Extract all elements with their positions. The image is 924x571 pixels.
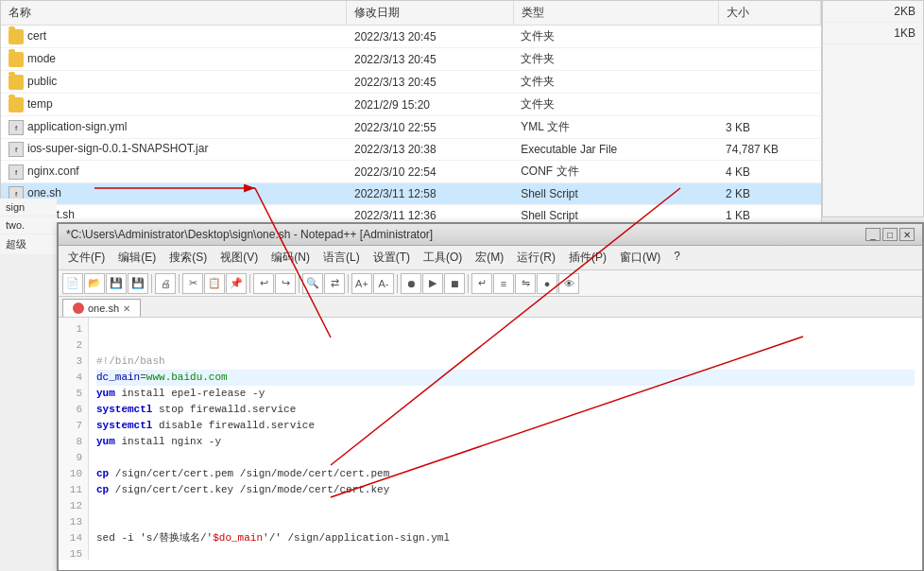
file-row[interactable]: fios-super-sign-0.0.1-SNAPSHOT.jar 2022/… xyxy=(1,139,821,161)
file-size xyxy=(718,26,820,48)
toolbar-run[interactable]: ▶ xyxy=(422,273,443,294)
toolbar-save[interactable]: 💾 xyxy=(106,273,127,294)
menu-item[interactable]: 搜索(S) xyxy=(163,248,213,268)
toolbar-stop[interactable]: ⏹ xyxy=(444,273,465,294)
notepad-window: *C:\Users\Administrator\Desktop\sign\one… xyxy=(57,222,924,571)
file-icon: f xyxy=(9,120,24,135)
menu-item[interactable]: 窗口(W) xyxy=(614,248,666,268)
col-type[interactable]: 类型 xyxy=(513,1,718,26)
code-line xyxy=(96,514,915,530)
toolbar-wrap[interactable]: ↵ xyxy=(471,273,492,294)
file-type: CONF 文件 xyxy=(513,161,718,183)
menu-item[interactable]: 编辑(E) xyxy=(112,248,162,268)
menu-item[interactable]: 语言(L) xyxy=(317,248,366,268)
sep4 xyxy=(299,274,299,293)
sep6 xyxy=(397,274,398,293)
code-line: systemctl stop firewalld.service xyxy=(96,402,915,418)
sidebar-item-two: two. xyxy=(0,216,57,234)
file-size xyxy=(718,48,820,71)
code-line xyxy=(96,546,915,560)
notepad-tabs: one.sh ✕ xyxy=(59,297,922,318)
toolbar-saveall[interactable]: 💾 xyxy=(128,273,148,294)
file-name: mode xyxy=(1,48,347,71)
col-name[interactable]: 名称 xyxy=(1,1,347,26)
line-number: 1 xyxy=(64,321,82,337)
toolbar-indent[interactable]: ≡ xyxy=(493,273,514,294)
sep2 xyxy=(179,274,180,293)
notepad-title: *C:\Users\Administrator\Desktop\sign\one… xyxy=(66,228,433,241)
file-size xyxy=(718,71,820,94)
toolbar-undo[interactable]: ↩ xyxy=(253,273,274,294)
file-name: fnginx.conf xyxy=(1,161,347,183)
code-line: dc_main=www.baidu.com xyxy=(96,370,915,386)
code-content[interactable]: #!/bin/bashdc_main=www.baidu.comyum inst… xyxy=(89,318,922,560)
toolbar-new[interactable]: 📄 xyxy=(62,273,83,294)
notepad-titlebar: *C:\Users\Administrator\Desktop\sign\one… xyxy=(59,224,922,246)
close-btn[interactable]: ✕ xyxy=(899,228,915,241)
menu-item[interactable]: ? xyxy=(668,248,686,268)
toolbar-paste[interactable]: 📌 xyxy=(226,273,247,294)
line-number: 15 xyxy=(64,546,82,560)
menu-item[interactable]: 宏(M) xyxy=(470,248,509,268)
line-number: 13 xyxy=(64,514,82,530)
toolbar-cut[interactable]: ✂ xyxy=(182,273,203,294)
toolbar-eye[interactable]: 👁 xyxy=(558,273,579,294)
toolbar-sync[interactable]: ⇋ xyxy=(515,273,536,294)
file-date: 2022/3/13 20:45 xyxy=(347,26,513,48)
code-line: yum install epel-release -y xyxy=(96,386,915,402)
file-row[interactable]: fnginx.conf 2022/3/10 22:54 CONF 文件 4 KB xyxy=(1,161,821,183)
col-size[interactable]: 大小 xyxy=(718,1,820,26)
menu-item[interactable]: 运行(R) xyxy=(511,248,561,268)
code-line xyxy=(96,498,915,514)
col-date[interactable]: 修改日期 xyxy=(347,1,513,26)
file-size: 4 KB xyxy=(718,161,820,183)
toolbar-redo[interactable]: ↪ xyxy=(275,273,296,294)
menu-item[interactable]: 插件(P) xyxy=(563,248,612,268)
file-row[interactable]: cert 2022/3/13 20:45 文件夹 xyxy=(1,26,821,48)
tab-close-btn[interactable]: ✕ xyxy=(123,303,130,314)
file-name: cert xyxy=(1,26,347,48)
line-number: 5 xyxy=(64,386,82,402)
menu-item[interactable]: 视图(V) xyxy=(214,248,264,268)
maximize-btn[interactable]: □ xyxy=(882,228,898,241)
line-number: 7 xyxy=(64,418,82,434)
code-line xyxy=(96,450,915,466)
file-size: 2 KB xyxy=(718,183,820,205)
minimize-btn[interactable]: _ xyxy=(865,228,881,241)
toolbar-print[interactable]: 🖨 xyxy=(155,273,176,294)
menu-item[interactable]: 设置(T) xyxy=(368,248,416,268)
code-line: cp /sign/cert/cert.pem /sign/mode/cert/c… xyxy=(96,466,915,482)
file-type: YML 文件 xyxy=(513,116,718,139)
file-icon: f xyxy=(9,142,24,157)
sidebar-item-sign: sign xyxy=(0,199,57,216)
file-row[interactable]: mode 2022/3/13 20:45 文件夹 xyxy=(1,48,821,71)
toolbar-copy[interactable]: 📋 xyxy=(204,273,225,294)
toolbar-zoom-in[interactable]: A+ xyxy=(351,273,372,294)
line-number: 2 xyxy=(64,337,82,354)
toolbar-zoom-out[interactable]: A- xyxy=(373,273,394,294)
file-type: Shell Script xyxy=(513,183,718,205)
toolbar-replace[interactable]: ⇄ xyxy=(324,273,345,294)
file-type: 文件夹 xyxy=(513,26,718,48)
menu-item[interactable]: 文件(F) xyxy=(62,248,111,268)
line-number: 6 xyxy=(64,402,82,418)
toolbar-find[interactable]: 🔍 xyxy=(302,273,323,294)
file-row[interactable]: public 2022/3/13 20:45 文件夹 xyxy=(1,71,821,94)
toolbar-open[interactable]: 📂 xyxy=(84,273,105,294)
toolbar-macro[interactable]: ⏺ xyxy=(401,273,421,294)
titlebar-buttons: _ □ ✕ xyxy=(865,228,915,241)
file-row[interactable]: fapplication-sign.yml 2022/3/10 22:55 YM… xyxy=(1,116,821,139)
file-type: 文件夹 xyxy=(513,48,718,71)
menu-item[interactable]: 编码(N) xyxy=(265,248,316,268)
file-name: fios-super-sign-0.0.1-SNAPSHOT.jar xyxy=(1,139,347,161)
file-row[interactable]: temp 2021/2/9 15:20 文件夹 xyxy=(1,94,821,116)
file-row[interactable]: fone.sh 2022/3/11 12:58 Shell Script 2 K… xyxy=(1,183,821,205)
scrollbar-area: 2KB 1KB xyxy=(822,0,924,217)
file-date: 2022/3/11 12:58 xyxy=(347,183,513,205)
tab-one-sh[interactable]: one.sh ✕ xyxy=(62,299,141,317)
menu-item[interactable]: 工具(O) xyxy=(418,248,468,268)
file-icon: f xyxy=(9,164,24,180)
line-number: 4 xyxy=(64,370,82,386)
folder-icon xyxy=(9,52,24,67)
toolbar-record[interactable]: ● xyxy=(537,273,557,294)
